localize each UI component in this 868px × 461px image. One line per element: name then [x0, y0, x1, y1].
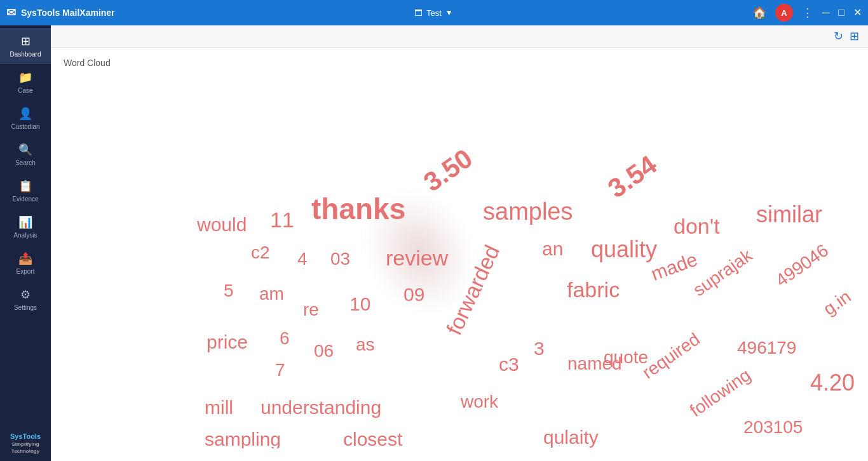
word-item[interactable]: suprajak — [689, 245, 756, 300]
word-item[interactable]: 5 — [224, 281, 234, 301]
word-item[interactable]: as — [356, 335, 375, 355]
word-item[interactable]: would — [197, 214, 247, 236]
word-item[interactable]: fabric — [567, 277, 620, 302]
settings-icon: ⚙ — [20, 288, 31, 302]
word-item[interactable]: following — [686, 365, 755, 422]
word-cloud: thankssamples3.503.54similardon'tquality… — [64, 74, 855, 448]
word-item[interactable]: 3 — [534, 338, 545, 359]
word-item[interactable]: 4 — [297, 249, 308, 269]
word-item[interactable]: an — [542, 238, 563, 260]
export-icon: 📤 — [18, 251, 32, 265]
grid-button[interactable]: ⊞ — [850, 29, 859, 43]
dropdown-icon[interactable]: ▼ — [445, 8, 453, 17]
word-item[interactable]: 09 — [403, 284, 424, 305]
content-area: ↻ ⊞ Word Cloud thankssamples3.503.54simi… — [51, 25, 868, 461]
more-icon[interactable]: ⋮ — [802, 6, 813, 20]
sidebar-label-evidence: Evidence — [12, 196, 38, 203]
main-layout: ⊞ Dashboard 📁 Case 👤 Custodian 🔍 Search … — [0, 25, 868, 461]
word-item[interactable]: 496179 — [737, 338, 796, 358]
title-bar: ✉ SysTools MailXaminer 🗖 Test ▼ 🏠 A ⋮ ─ … — [0, 0, 868, 25]
sidebar-item-case[interactable]: 📁 Case — [0, 64, 51, 100]
sidebar-item-settings[interactable]: ⚙ Settings — [0, 281, 51, 317]
sidebar-item-search[interactable]: 🔍 Search — [0, 137, 51, 173]
word-item[interactable]: mill — [205, 397, 233, 418]
word-item[interactable]: 10 — [349, 293, 370, 315]
sidebar-label-case: Case — [18, 87, 32, 94]
custodian-icon: 👤 — [18, 107, 32, 121]
top-bar: ↻ ⊞ — [51, 25, 868, 48]
word-item[interactable]: thanks — [311, 192, 405, 226]
home-icon[interactable]: 🏠 — [752, 6, 766, 20]
word-item[interactable]: 06 — [314, 341, 334, 361]
app-logo: ✉ — [6, 6, 16, 20]
word-item[interactable]: understanding — [261, 397, 381, 418]
word-item[interactable]: 203105 — [743, 417, 803, 438]
word-item[interactable]: forwarded — [442, 241, 505, 339]
sidebar-label-settings: Settings — [14, 304, 37, 311]
sidebar-label-search: Search — [15, 159, 36, 166]
word-item[interactable]: work — [461, 392, 498, 412]
maximize-button[interactable]: □ — [838, 8, 844, 18]
sidebar-item-dashboard[interactable]: ⊞ Dashboard — [0, 28, 51, 64]
refresh-button[interactable]: ↻ — [834, 29, 843, 43]
sidebar-item-export[interactable]: 📤 Export — [0, 245, 51, 281]
word-item[interactable]: 6 — [280, 328, 290, 349]
word-item[interactable]: sampling — [205, 429, 281, 448]
window-controls: 🏠 A ⋮ ─ □ ✕ — [752, 4, 862, 22]
word-item[interactable]: 499046 — [772, 240, 832, 291]
word-item[interactable]: review — [386, 246, 448, 271]
dashboard-icon: ⊞ — [21, 34, 31, 48]
word-item[interactable]: samples — [483, 198, 573, 225]
case-section: 🗖 Test ▼ — [414, 8, 453, 18]
app-title-section: ✉ SysTools MailXaminer — [6, 6, 115, 20]
word-item[interactable]: c2 — [251, 243, 270, 263]
word-item[interactable]: 3.54 — [602, 149, 662, 204]
sidebar-item-evidence[interactable]: 📋 Evidence — [0, 173, 51, 209]
word-item[interactable]: 4.20 — [810, 370, 855, 396]
analysis-icon: 📊 — [18, 215, 32, 229]
search-icon: 🔍 — [18, 143, 32, 157]
user-avatar[interactable]: A — [775, 4, 793, 22]
word-item[interactable]: 11 — [270, 208, 294, 232]
word-item[interactable]: re — [303, 300, 319, 320]
sidebar-item-custodian[interactable]: 👤 Custodian — [0, 100, 51, 137]
case-icon: 📁 — [18, 70, 32, 84]
sidebar: ⊞ Dashboard 📁 Case 👤 Custodian 🔍 Search … — [0, 25, 51, 461]
word-item[interactable]: 03 — [330, 249, 350, 269]
sidebar-label-export: Export — [17, 268, 35, 275]
word-item[interactable]: similar — [756, 201, 822, 228]
app-title: SysTools MailXaminer — [21, 8, 115, 18]
evidence-icon: 📋 — [18, 179, 32, 193]
minimize-button[interactable]: ─ — [822, 8, 829, 18]
word-item[interactable]: qulaity — [543, 427, 599, 448]
close-button[interactable]: ✕ — [853, 8, 862, 18]
word-item[interactable]: required — [639, 329, 704, 383]
sidebar-label-analysis: Analysis — [13, 232, 37, 239]
sidebar-label-dashboard: Dashboard — [10, 51, 41, 58]
word-cloud-panel: Word Cloud thankssamples3.503.54similard… — [51, 48, 868, 461]
word-item[interactable]: 7 — [275, 360, 285, 380]
word-item[interactable]: don't — [674, 214, 720, 239]
word-item[interactable]: price — [207, 331, 248, 353]
sidebar-item-analysis[interactable]: 📊 Analysis — [0, 209, 51, 245]
word-item[interactable]: closest — [343, 429, 402, 448]
word-item[interactable]: c3 — [499, 354, 519, 375]
case-name: Test — [426, 8, 442, 18]
case-icon: 🗖 — [414, 8, 423, 18]
word-item[interactable]: 3.50 — [418, 143, 478, 197]
word-item[interactable]: quality — [591, 236, 657, 263]
sidebar-label-custodian: Custodian — [11, 123, 39, 130]
panel-title: Word Cloud — [64, 58, 855, 68]
word-item[interactable]: am — [259, 284, 284, 304]
bottom-logo: SysTools Simplifying Technology — [0, 432, 51, 455]
word-item[interactable]: g.in — [820, 286, 855, 319]
